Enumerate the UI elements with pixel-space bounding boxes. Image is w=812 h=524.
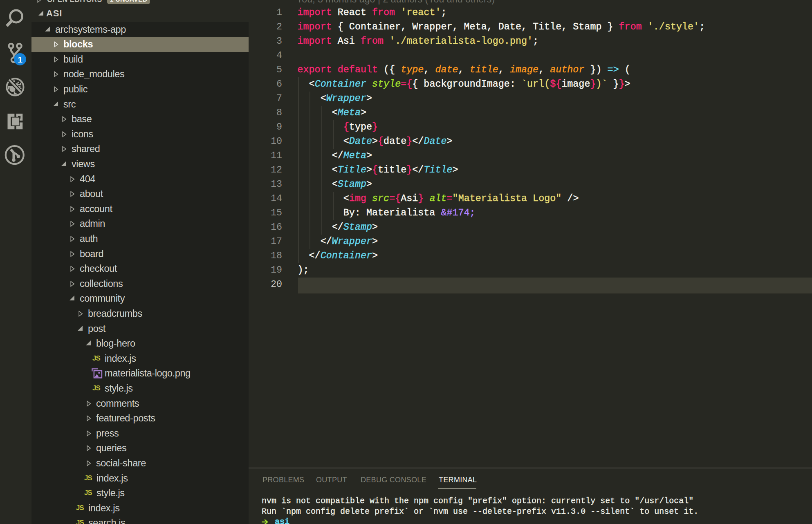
svg-text:1: 1 bbox=[18, 55, 22, 64]
